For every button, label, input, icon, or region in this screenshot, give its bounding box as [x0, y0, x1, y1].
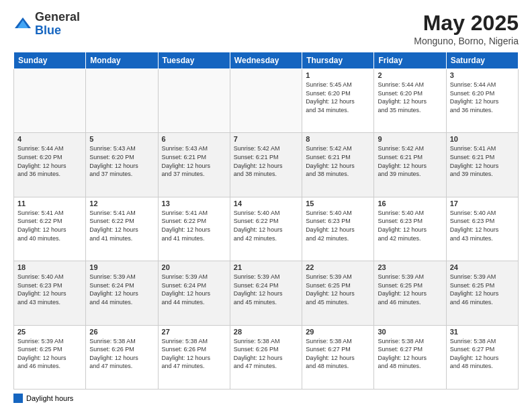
table-row: [230, 69, 302, 133]
table-row: 1Sunrise: 5:45 AM Sunset: 6:20 PM Daylig…: [302, 69, 374, 133]
day-info: Sunrise: 5:40 AM Sunset: 6:23 PM Dayligh…: [17, 273, 82, 306]
day-info: Sunrise: 5:41 AM Sunset: 6:21 PM Dayligh…: [450, 144, 515, 178]
legend-box: [13, 394, 23, 403]
day-info: Sunrise: 5:40 AM Sunset: 6:23 PM Dayligh…: [378, 209, 442, 242]
day-number: 7: [234, 135, 298, 143]
header: General Blue May 2025 Monguno, Borno, Ni…: [13, 11, 519, 46]
day-number: 29: [306, 328, 370, 336]
day-info: Sunrise: 5:42 AM Sunset: 6:21 PM Dayligh…: [378, 144, 442, 178]
col-tuesday: Tuesday: [158, 52, 230, 69]
logo: General Blue: [13, 11, 80, 38]
table-row: 8Sunrise: 5:42 AM Sunset: 6:21 PM Daylig…: [302, 133, 374, 197]
day-number: 6: [162, 135, 226, 143]
table-row: 15Sunrise: 5:40 AM Sunset: 6:23 PM Dayli…: [302, 197, 374, 261]
col-wednesday: Wednesday: [230, 52, 302, 69]
table-row: 27Sunrise: 5:38 AM Sunset: 6:26 PM Dayli…: [158, 325, 230, 389]
table-row: 12Sunrise: 5:41 AM Sunset: 6:22 PM Dayli…: [86, 197, 158, 261]
col-saturday: Saturday: [446, 52, 518, 69]
logo-general-text: General: [35, 10, 80, 24]
table-row: [14, 69, 86, 133]
title-block: May 2025 Monguno, Borno, Nigeria: [414, 11, 519, 46]
day-number: 20: [162, 263, 226, 271]
calendar-header-row: Sunday Monday Tuesday Wednesday Thursday…: [14, 52, 519, 69]
day-number: 23: [378, 263, 442, 271]
table-row: 22Sunrise: 5:39 AM Sunset: 6:25 PM Dayli…: [302, 261, 374, 325]
day-info: Sunrise: 5:42 AM Sunset: 6:21 PM Dayligh…: [306, 144, 370, 178]
legend-item: Daylight hours: [13, 394, 73, 403]
day-info: Sunrise: 5:44 AM Sunset: 6:20 PM Dayligh…: [378, 81, 442, 114]
month-title: May 2025: [414, 11, 519, 36]
location-subtitle: Monguno, Borno, Nigeria: [414, 36, 519, 46]
day-info: Sunrise: 5:38 AM Sunset: 6:26 PM Dayligh…: [89, 337, 154, 371]
logo-blue-text: Blue: [35, 24, 61, 37]
logo-icon: [13, 15, 32, 34]
day-number: 5: [89, 135, 154, 143]
table-row: 14Sunrise: 5:40 AM Sunset: 6:22 PM Dayli…: [230, 197, 302, 261]
day-number: 15: [306, 199, 370, 208]
day-info: Sunrise: 5:39 AM Sunset: 6:24 PM Dayligh…: [162, 273, 226, 306]
day-info: Sunrise: 5:38 AM Sunset: 6:27 PM Dayligh…: [378, 337, 442, 371]
day-number: 8: [306, 135, 370, 143]
day-info: Sunrise: 5:43 AM Sunset: 6:21 PM Dayligh…: [162, 144, 226, 178]
table-row: [86, 69, 158, 133]
day-number: 18: [17, 263, 82, 271]
day-info: Sunrise: 5:45 AM Sunset: 6:20 PM Dayligh…: [306, 81, 370, 114]
table-row: 5Sunrise: 5:43 AM Sunset: 6:20 PM Daylig…: [86, 133, 158, 197]
day-number: 19: [89, 263, 154, 271]
table-row: 29Sunrise: 5:38 AM Sunset: 6:27 PM Dayli…: [302, 325, 374, 389]
day-number: 12: [89, 199, 154, 208]
day-number: 10: [450, 135, 515, 143]
table-row: 4Sunrise: 5:44 AM Sunset: 6:20 PM Daylig…: [14, 133, 86, 197]
day-number: 24: [450, 263, 515, 271]
day-info: Sunrise: 5:42 AM Sunset: 6:21 PM Dayligh…: [234, 144, 298, 178]
day-number: 9: [378, 135, 442, 143]
day-info: Sunrise: 5:44 AM Sunset: 6:20 PM Dayligh…: [450, 81, 515, 114]
col-monday: Monday: [86, 52, 158, 69]
table-row: 16Sunrise: 5:40 AM Sunset: 6:23 PM Dayli…: [374, 197, 446, 261]
table-row: 13Sunrise: 5:41 AM Sunset: 6:22 PM Dayli…: [158, 197, 230, 261]
day-info: Sunrise: 5:39 AM Sunset: 6:25 PM Dayligh…: [450, 273, 515, 306]
table-row: 31Sunrise: 5:38 AM Sunset: 6:27 PM Dayli…: [446, 325, 518, 389]
day-info: Sunrise: 5:38 AM Sunset: 6:26 PM Dayligh…: [162, 337, 226, 371]
table-row: 24Sunrise: 5:39 AM Sunset: 6:25 PM Dayli…: [446, 261, 518, 325]
calendar-week-row: 11Sunrise: 5:41 AM Sunset: 6:22 PM Dayli…: [14, 197, 519, 261]
day-number: 14: [234, 199, 298, 208]
table-row: 3Sunrise: 5:44 AM Sunset: 6:20 PM Daylig…: [446, 69, 518, 133]
day-info: Sunrise: 5:41 AM Sunset: 6:22 PM Dayligh…: [162, 209, 226, 242]
table-row: 10Sunrise: 5:41 AM Sunset: 6:21 PM Dayli…: [446, 133, 518, 197]
day-number: 21: [234, 263, 298, 271]
table-row: 17Sunrise: 5:40 AM Sunset: 6:23 PM Dayli…: [446, 197, 518, 261]
table-row: [158, 69, 230, 133]
day-info: Sunrise: 5:39 AM Sunset: 6:24 PM Dayligh…: [234, 273, 298, 306]
day-number: 22: [306, 263, 370, 271]
table-row: 20Sunrise: 5:39 AM Sunset: 6:24 PM Dayli…: [158, 261, 230, 325]
day-info: Sunrise: 5:39 AM Sunset: 6:25 PM Dayligh…: [378, 273, 442, 306]
table-row: 28Sunrise: 5:38 AM Sunset: 6:26 PM Dayli…: [230, 325, 302, 389]
day-number: 3: [450, 71, 515, 79]
table-row: 25Sunrise: 5:39 AM Sunset: 6:25 PM Dayli…: [14, 325, 86, 389]
table-row: 18Sunrise: 5:40 AM Sunset: 6:23 PM Dayli…: [14, 261, 86, 325]
calendar-week-row: 4Sunrise: 5:44 AM Sunset: 6:20 PM Daylig…: [14, 133, 519, 197]
day-info: Sunrise: 5:40 AM Sunset: 6:23 PM Dayligh…: [306, 209, 370, 242]
day-number: 11: [17, 199, 82, 208]
page: General Blue May 2025 Monguno, Borno, Ni…: [0, 0, 532, 411]
table-row: 11Sunrise: 5:41 AM Sunset: 6:22 PM Dayli…: [14, 197, 86, 261]
day-info: Sunrise: 5:44 AM Sunset: 6:20 PM Dayligh…: [17, 144, 82, 178]
calendar-week-row: 1Sunrise: 5:45 AM Sunset: 6:20 PM Daylig…: [14, 69, 519, 133]
day-info: Sunrise: 5:39 AM Sunset: 6:24 PM Dayligh…: [89, 273, 154, 306]
day-number: 26: [89, 328, 154, 336]
col-friday: Friday: [374, 52, 446, 69]
table-row: 23Sunrise: 5:39 AM Sunset: 6:25 PM Dayli…: [374, 261, 446, 325]
table-row: 6Sunrise: 5:43 AM Sunset: 6:21 PM Daylig…: [158, 133, 230, 197]
table-row: 21Sunrise: 5:39 AM Sunset: 6:24 PM Dayli…: [230, 261, 302, 325]
day-number: 27: [162, 328, 226, 336]
day-number: 2: [378, 71, 442, 79]
day-number: 17: [450, 199, 515, 208]
day-number: 13: [162, 199, 226, 208]
day-number: 16: [378, 199, 442, 208]
calendar-week-row: 18Sunrise: 5:40 AM Sunset: 6:23 PM Dayli…: [14, 261, 519, 325]
day-info: Sunrise: 5:43 AM Sunset: 6:20 PM Dayligh…: [89, 144, 154, 178]
calendar-week-row: 25Sunrise: 5:39 AM Sunset: 6:25 PM Dayli…: [14, 325, 519, 389]
day-number: 25: [17, 328, 82, 336]
day-info: Sunrise: 5:41 AM Sunset: 6:22 PM Dayligh…: [17, 209, 82, 242]
